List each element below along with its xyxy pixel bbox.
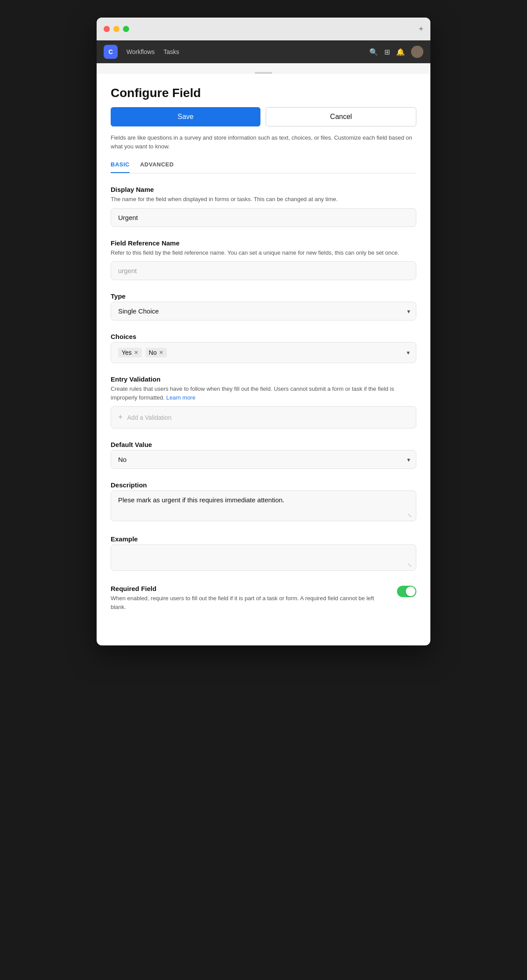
tab-advanced[interactable]: ADVANCED [140,161,174,173]
choice-tag-no-label: No [149,349,157,356]
choice-tag-yes-label: Yes [122,349,132,356]
description-textarea[interactable]: Plese mark as urgent if this requires im… [111,490,416,521]
maximize-button[interactable] [123,26,129,32]
field-reference-section: Field Reference Name Refer to this field… [111,239,416,281]
tabs: BASIC ADVANCED [111,161,416,173]
required-field-text: Required Field When enabled, require use… [111,585,388,616]
choices-section: Choices Yes ✕ No ✕ ▾ [111,333,416,363]
nav-links: Workflows Tasks [126,48,179,55]
example-resize-icon: ⤡ [408,562,412,568]
app-navbar: C Workflows Tasks 🔍 ⊞ 🔔 [97,40,430,63]
type-section: Type Single Choice Multiple Choice Text … [111,292,416,321]
display-name-label: Display Name [111,186,416,193]
required-toggle-wrapper [397,586,416,597]
entry-validation-section: Entry Validation Create rules that users… [111,375,416,429]
action-buttons: Save Cancel [111,107,416,126]
choice-remove-yes[interactable]: ✕ [134,350,138,355]
search-icon[interactable]: 🔍 [369,48,378,56]
description-label: Description [111,481,416,489]
save-button[interactable]: Save [111,107,260,126]
page-title: Configure Field [111,86,416,100]
required-field-row: Required Field When enabled, require use… [111,585,416,616]
entry-validation-description: Create rules that users have to follow w… [111,385,416,402]
default-value-select[interactable]: Yes No [111,450,416,469]
nav-actions: 🔍 ⊞ 🔔 [369,46,423,58]
choices-field[interactable]: Yes ✕ No ✕ ▾ [111,342,416,363]
new-tab-button[interactable]: + [419,25,423,34]
example-section: Example ⤡ [111,535,416,573]
default-value-section: Default Value Yes No ▾ [111,441,416,469]
required-field-description: When enabled, require users to fill out … [111,594,388,611]
example-label: Example [111,535,416,543]
choice-tag-yes: Yes ✕ [118,348,142,357]
avatar[interactable] [411,46,423,58]
display-name-input[interactable] [111,208,416,227]
app-logo: C [104,45,118,59]
nav-workflows[interactable]: Workflows [126,48,155,55]
traffic-lights [104,26,129,32]
titlebar: + [97,18,430,40]
nav-tasks[interactable]: Tasks [163,48,179,55]
description-textarea-wrapper: Plese mark as urgent if this requires im… [111,490,416,523]
choices-label: Choices [111,333,416,340]
add-validation-label: Add a Validation [127,414,172,421]
add-validation-button[interactable]: + Add a Validation [111,406,416,429]
tab-basic[interactable]: BASIC [111,161,130,173]
default-value-label: Default Value [111,441,416,448]
type-select[interactable]: Single Choice Multiple Choice Text Numbe… [111,302,416,321]
default-value-select-wrapper: Yes No ▾ [111,450,416,469]
plus-icon: + [118,413,123,422]
type-select-wrapper: Single Choice Multiple Choice Text Numbe… [111,302,416,321]
example-textarea[interactable] [111,544,416,571]
notification-icon[interactable]: 🔔 [396,48,405,56]
choice-remove-no[interactable]: ✕ [159,350,163,355]
minimize-button[interactable] [113,26,119,32]
description-section: Description Plese mark as urgent if this… [111,481,416,523]
type-label: Type [111,292,416,300]
modal-body: Configure Field Save Cancel Fields are l… [97,74,430,645]
entry-validation-label: Entry Validation [111,375,416,383]
cancel-button[interactable]: Cancel [266,107,416,126]
learn-more-link[interactable]: Learn more [166,394,195,401]
grid-icon[interactable]: ⊞ [384,48,390,56]
resize-icon: ⤡ [408,512,412,519]
choice-tag-no: No ✕ [145,348,167,357]
required-field-label: Required Field [111,585,388,592]
field-reference-label: Field Reference Name [111,239,416,247]
app-window: + C Workflows Tasks 🔍 ⊞ 🔔 Configure Fiel… [97,18,430,645]
example-textarea-wrapper: ⤡ [111,544,416,573]
field-reference-description: Refer to this field by the field referen… [111,249,416,257]
field-reference-input[interactable] [111,261,416,280]
toggle-knob [406,587,415,596]
required-field-section: Required Field When enabled, require use… [111,585,416,616]
display-name-section: Display Name The name for the field when… [111,186,416,227]
close-button[interactable] [104,26,110,32]
required-toggle[interactable] [397,586,416,597]
display-name-description: The name for the field when displayed in… [111,195,416,204]
choices-chevron-icon: ▾ [407,349,410,356]
modal-description: Fields are like questions in a survey an… [111,133,416,151]
